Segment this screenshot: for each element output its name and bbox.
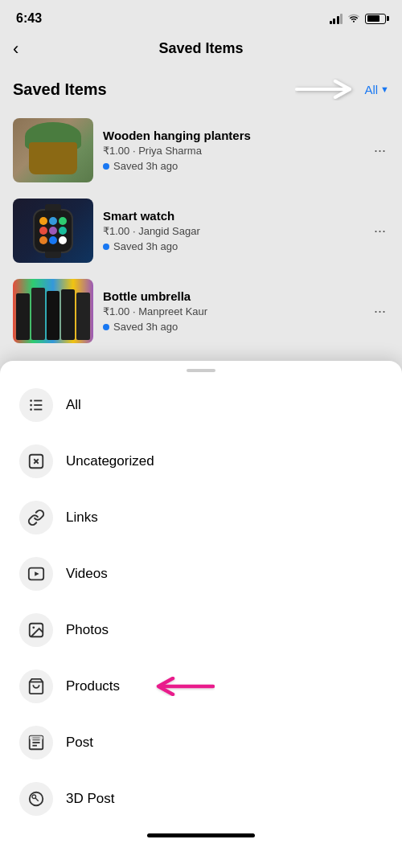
item-saved-status: Saved 3h ago xyxy=(103,160,361,172)
menu-item-products[interactable]: Products xyxy=(0,658,402,714)
saved-section-header: Saved Items All ▼ xyxy=(0,68,402,107)
svg-point-13 xyxy=(32,626,35,628)
list-icon xyxy=(19,388,53,422)
menu-label-products: Products xyxy=(66,678,120,694)
signal-icon xyxy=(330,13,343,24)
item-more-button[interactable]: ··· xyxy=(371,219,389,243)
header: ‹ Saved Items xyxy=(0,32,402,68)
wifi-icon xyxy=(347,11,360,26)
item-info: Bottle umbrella ₹1.00 · Manpreet Kaur Sa… xyxy=(103,289,361,333)
list-item[interactable]: Smart watch ₹1.00 · Jangid Sagar Saved 3… xyxy=(0,190,402,271)
pink-arrow-icon xyxy=(142,675,215,698)
item-list: Wooden hanging planters ₹1.00 · Priya Sh… xyxy=(0,107,402,354)
menu-item-3dpost[interactable]: 3D Post xyxy=(0,771,402,827)
item-saved-status: Saved 3h ago xyxy=(103,321,361,333)
post-icon xyxy=(19,726,53,760)
battery-icon xyxy=(365,14,386,24)
white-arrow-icon xyxy=(295,78,359,100)
menu-item-all[interactable]: All xyxy=(0,377,402,433)
home-bar xyxy=(147,833,255,837)
item-price: ₹1.00 · Jangid Sagar xyxy=(103,225,361,237)
filter-container[interactable]: All ▼ xyxy=(295,78,389,100)
menu-label-photos: Photos xyxy=(66,622,109,638)
menu-item-videos[interactable]: Videos xyxy=(0,546,402,602)
status-icons xyxy=(330,11,387,26)
status-bar: 6:43 xyxy=(0,0,402,32)
item-more-button[interactable]: ··· xyxy=(371,300,389,323)
svg-point-4 xyxy=(30,399,32,402)
filter-chevron-icon: ▼ xyxy=(380,84,389,94)
item-thumbnail xyxy=(13,118,93,182)
item-name: Wooden hanging planters xyxy=(103,129,361,142)
all-filter-button[interactable]: All ▼ xyxy=(364,83,389,96)
item-name: Smart watch xyxy=(103,209,361,223)
item-info: Smart watch ₹1.00 · Jangid Sagar Saved 3… xyxy=(103,209,361,252)
menu-label-videos: Videos xyxy=(66,566,108,582)
menu-item-post[interactable]: Post xyxy=(0,714,402,771)
list-item[interactable]: Wooden hanging planters ₹1.00 · Priya Sh… xyxy=(0,110,402,190)
svg-point-6 xyxy=(30,408,32,411)
handle-bar xyxy=(187,369,215,372)
item-price: ₹1.00 · Priya Sharma xyxy=(103,145,361,157)
status-time: 6:43 xyxy=(16,11,42,26)
svg-point-5 xyxy=(30,404,32,407)
video-icon xyxy=(19,557,53,591)
all-filter-label: All xyxy=(364,83,378,96)
saved-dot-icon xyxy=(103,163,109,170)
menu-item-links[interactable]: Links xyxy=(0,489,402,546)
menu-label-3dpost: 3D Post xyxy=(66,791,114,807)
list-item[interactable]: Bottle umbrella ₹1.00 · Manpreet Kaur Sa… xyxy=(0,271,402,351)
item-price: ₹1.00 · Manpreet Kaur xyxy=(103,305,361,317)
back-button[interactable]: ‹ xyxy=(13,39,18,59)
svg-line-24 xyxy=(35,798,39,801)
item-more-button[interactable]: ··· xyxy=(371,139,389,162)
saved-dot-icon xyxy=(103,244,109,250)
item-thumbnail xyxy=(13,199,93,263)
menu-label-all: All xyxy=(66,397,81,413)
menu-item-photos[interactable]: Photos xyxy=(0,602,402,658)
header-title: Saved Items xyxy=(158,40,243,57)
link-icon xyxy=(19,501,53,534)
saved-dot-icon xyxy=(103,324,109,330)
saved-section-title: Saved Items xyxy=(13,80,107,99)
home-indicator xyxy=(0,827,402,841)
menu-label-uncategorized: Uncategorized xyxy=(66,453,154,469)
products-icon xyxy=(19,669,53,703)
menu-label-links: Links xyxy=(66,510,98,526)
3dpost-icon xyxy=(19,782,53,816)
item-name: Bottle umbrella xyxy=(103,289,361,303)
item-info: Wooden hanging planters ₹1.00 · Priya Sh… xyxy=(103,129,361,172)
svg-point-23 xyxy=(32,795,36,799)
menu-label-post: Post xyxy=(66,735,93,751)
item-thumbnail xyxy=(13,279,93,343)
uncategorized-icon xyxy=(19,444,53,478)
bottom-sheet: All Uncategorized Links xyxy=(0,361,402,868)
svg-marker-11 xyxy=(35,571,39,576)
item-saved-status: Saved 3h ago xyxy=(103,240,361,252)
sheet-handle xyxy=(0,361,402,377)
menu-item-uncategorized[interactable]: Uncategorized xyxy=(0,433,402,489)
photo-icon xyxy=(19,613,53,647)
